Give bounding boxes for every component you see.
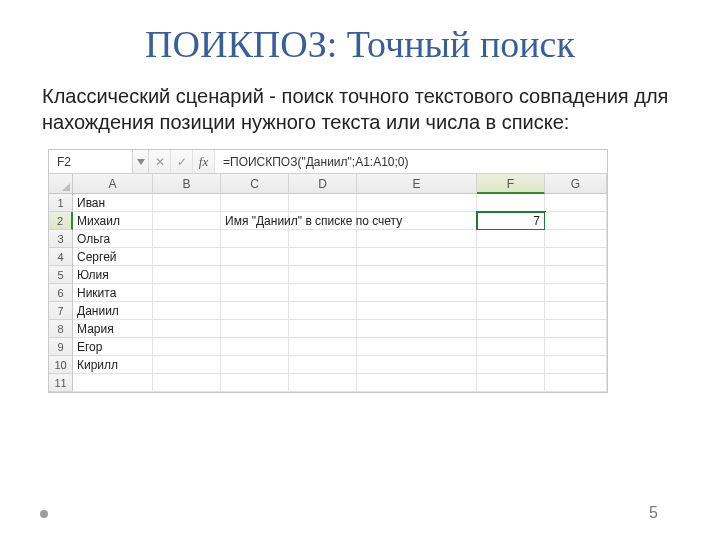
name-box-dropdown-icon[interactable] <box>133 150 149 173</box>
cell-D6[interactable] <box>289 284 357 302</box>
name-box[interactable] <box>49 150 133 173</box>
col-header-F[interactable]: F <box>477 174 545 194</box>
cell-C4[interactable] <box>221 248 289 266</box>
row-header-7[interactable]: 7 <box>49 302 73 320</box>
col-header-C[interactable]: C <box>221 174 289 194</box>
cell-F3[interactable] <box>477 230 545 248</box>
fx-icon[interactable]: fx <box>193 150 215 173</box>
col-header-D[interactable]: D <box>289 174 357 194</box>
row-header-6[interactable]: 6 <box>49 284 73 302</box>
cell-G7[interactable] <box>545 302 607 320</box>
cell-B3[interactable] <box>153 230 221 248</box>
cell-F8[interactable] <box>477 320 545 338</box>
cell-D5[interactable] <box>289 266 357 284</box>
cell-G8[interactable] <box>545 320 607 338</box>
row-header-11[interactable]: 11 <box>49 374 73 392</box>
cell-A8[interactable]: Мария <box>73 320 153 338</box>
cell-F5[interactable] <box>477 266 545 284</box>
cell-G4[interactable] <box>545 248 607 266</box>
cell-D1[interactable] <box>289 194 357 212</box>
cell-B1[interactable] <box>153 194 221 212</box>
select-all-corner[interactable] <box>49 174 73 194</box>
cell-D8[interactable] <box>289 320 357 338</box>
name-box-input[interactable] <box>55 154 126 170</box>
cell-F4[interactable] <box>477 248 545 266</box>
cell-A7[interactable]: Даниил <box>73 302 153 320</box>
cell-E8[interactable] <box>357 320 477 338</box>
row-header-5[interactable]: 5 <box>49 266 73 284</box>
col-header-E[interactable]: E <box>357 174 477 194</box>
cell-G2[interactable] <box>545 212 607 230</box>
cell-B10[interactable] <box>153 356 221 374</box>
cell-C8[interactable] <box>221 320 289 338</box>
cell-C7[interactable] <box>221 302 289 320</box>
cell-C6[interactable] <box>221 284 289 302</box>
cell-C5[interactable] <box>221 266 289 284</box>
enter-icon[interactable]: ✓ <box>171 150 193 173</box>
cell-B5[interactable] <box>153 266 221 284</box>
cell-G1[interactable] <box>545 194 607 212</box>
cell-B2[interactable] <box>153 212 221 230</box>
cell-A1[interactable]: Иван <box>73 194 153 212</box>
cell-A2[interactable]: Михаил <box>73 212 153 230</box>
cell-A6[interactable]: Никита <box>73 284 153 302</box>
cell-E4[interactable] <box>357 248 477 266</box>
cell-D4[interactable] <box>289 248 357 266</box>
cell-D10[interactable] <box>289 356 357 374</box>
cell-C10[interactable] <box>221 356 289 374</box>
cell-F10[interactable] <box>477 356 545 374</box>
cell-F1[interactable] <box>477 194 545 212</box>
row-header-1[interactable]: 1 <box>49 194 73 212</box>
cell-A5[interactable]: Юлия <box>73 266 153 284</box>
cell-G9[interactable] <box>545 338 607 356</box>
cell-B11[interactable] <box>153 374 221 392</box>
cell-A9[interactable]: Егор <box>73 338 153 356</box>
cell-D9[interactable] <box>289 338 357 356</box>
row-header-8[interactable]: 8 <box>49 320 73 338</box>
row-header-9[interactable]: 9 <box>49 338 73 356</box>
cell-G11[interactable] <box>545 374 607 392</box>
cell-E3[interactable] <box>357 230 477 248</box>
row-header-2[interactable]: 2 <box>49 212 73 230</box>
cell-C2[interactable]: Имя "Даниил" в списке по счету <box>221 212 289 230</box>
cell-B7[interactable] <box>153 302 221 320</box>
formula-input-wrap[interactable] <box>215 150 607 173</box>
cell-B6[interactable] <box>153 284 221 302</box>
cell-D11[interactable] <box>289 374 357 392</box>
cell-B8[interactable] <box>153 320 221 338</box>
cell-E7[interactable] <box>357 302 477 320</box>
cell-D3[interactable] <box>289 230 357 248</box>
cell-E11[interactable] <box>357 374 477 392</box>
cell-C9[interactable] <box>221 338 289 356</box>
row-header-3[interactable]: 3 <box>49 230 73 248</box>
col-header-G[interactable]: G <box>545 174 607 194</box>
cell-F7[interactable] <box>477 302 545 320</box>
cell-A11[interactable] <box>73 374 153 392</box>
cancel-icon[interactable]: ✕ <box>149 150 171 173</box>
row-header-4[interactable]: 4 <box>49 248 73 266</box>
cell-C1[interactable] <box>221 194 289 212</box>
cell-E10[interactable] <box>357 356 477 374</box>
formula-input[interactable] <box>221 154 601 170</box>
cell-G6[interactable] <box>545 284 607 302</box>
cell-D7[interactable] <box>289 302 357 320</box>
cell-G3[interactable] <box>545 230 607 248</box>
cell-B4[interactable] <box>153 248 221 266</box>
cell-F11[interactable] <box>477 374 545 392</box>
cell-F6[interactable] <box>477 284 545 302</box>
spreadsheet-grid[interactable]: ABCDEFG1Иван2МихаилИмя "Даниил" в списке… <box>49 174 607 392</box>
col-header-A[interactable]: A <box>73 174 153 194</box>
cell-F2[interactable]: 7 <box>477 212 545 230</box>
col-header-B[interactable]: B <box>153 174 221 194</box>
cell-A10[interactable]: Кирилл <box>73 356 153 374</box>
cell-G10[interactable] <box>545 356 607 374</box>
cell-A3[interactable]: Ольга <box>73 230 153 248</box>
cell-F9[interactable] <box>477 338 545 356</box>
cell-G5[interactable] <box>545 266 607 284</box>
cell-E6[interactable] <box>357 284 477 302</box>
cell-C11[interactable] <box>221 374 289 392</box>
cell-E9[interactable] <box>357 338 477 356</box>
cell-B9[interactable] <box>153 338 221 356</box>
cell-E1[interactable] <box>357 194 477 212</box>
cell-A4[interactable]: Сергей <box>73 248 153 266</box>
